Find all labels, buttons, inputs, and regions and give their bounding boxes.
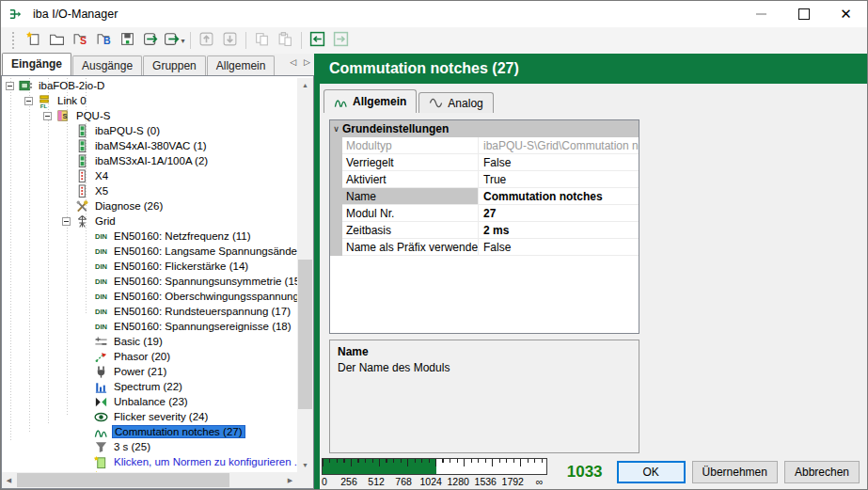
property-value[interactable]: False	[478, 239, 639, 255]
tree-item-label[interactable]: X4	[93, 170, 110, 182]
tree-vertical-scrollbar[interactable]: ▲ ▼	[297, 78, 313, 472]
tree-item[interactable]: X5	[2, 183, 297, 198]
copy-button[interactable]	[250, 29, 274, 52]
tree-item[interactable]: Diagnose (26)	[2, 198, 297, 213]
paste-button[interactable]	[274, 29, 297, 52]
open-file-button[interactable]	[45, 29, 69, 52]
tree-item-label[interactable]: Phasor (20)	[112, 351, 172, 362]
tree-item[interactable]: Klicken, um Normen zu konfigurieren ...	[2, 454, 297, 469]
tab-allgemein[interactable]: Allgemein	[207, 55, 276, 75]
tree-item[interactable]: DINEN50160: Netzfrequenz (11)	[2, 229, 297, 244]
property-row[interactable]: ModultypibaPQU-S\Grid\Commutation notche	[342, 137, 639, 154]
tab-scroll-right-icon[interactable]: ▷	[304, 57, 310, 67]
property-row[interactable]: VerriegeltFalse	[342, 154, 639, 171]
tree-item[interactable]: X4	[2, 168, 297, 183]
property-row[interactable]: Modul Nr.27	[342, 205, 639, 222]
property-row[interactable]: Zeitbasis2 ms	[342, 222, 639, 239]
collapse-chevron-icon[interactable]: ∨	[330, 124, 342, 134]
tree-item-label[interactable]: Link 0	[55, 95, 88, 106]
ok-button[interactable]: OK	[617, 461, 686, 483]
tree-expander-icon[interactable]	[43, 112, 52, 120]
tree-item-label[interactable]: EN50160: Netzfrequenz (11)	[112, 230, 253, 242]
minimize-button[interactable]	[740, 1, 782, 27]
tree-horizontal-scrollbar[interactable]: ◀ ▶	[2, 472, 297, 488]
tree-item[interactable]: Phasor (20)	[2, 349, 297, 364]
tree-item-label[interactable]: EN50160: Oberschwingungsspannung (16)	[112, 291, 297, 302]
tree-item-label[interactable]: Klicken, um Normen zu konfigurieren ...	[112, 456, 297, 467]
open-schema-b-button[interactable]: B	[92, 29, 116, 52]
tree-item-label[interactable]: Power (21)	[112, 366, 168, 377]
tab-scroll-left-icon[interactable]: ◁	[290, 57, 296, 67]
tree-item-label[interactable]: EN50160: Langsame Spannungsänderun	[112, 245, 297, 257]
tree-item-label[interactable]: EN50160: Spannungsereignisse (18)	[112, 321, 293, 332]
scroll-up-icon[interactable]: ▲	[297, 78, 313, 92]
tree-item[interactable]: Unbalance (23)	[2, 394, 297, 409]
property-row[interactable]: AktiviertTrue	[342, 171, 639, 188]
hscroll-thumb[interactable]	[17, 473, 229, 487]
tab-analog[interactable]: Analog	[418, 92, 493, 113]
tree-expander-icon[interactable]	[6, 82, 14, 90]
tree-item[interactable]: 3 s (25)	[2, 439, 297, 454]
tree-item[interactable]: ibaFOB-2io-D	[2, 78, 297, 93]
tab-eing-nge[interactable]: Eingänge	[2, 53, 71, 75]
scroll-right-icon[interactable]: ▶	[283, 472, 297, 488]
tab-gruppen[interactable]: Gruppen	[143, 55, 206, 75]
tree-item-label[interactable]: EN50160: Rundsteuerspannung (17)	[112, 306, 292, 317]
nav-back-button[interactable]	[306, 29, 329, 52]
tree-item[interactable]: ibaPQU-S (0)	[2, 123, 297, 138]
move-down-button[interactable]	[218, 29, 242, 52]
tree-item[interactable]: DINEN50160: Spannungsunsymmetrie (15)	[2, 274, 297, 289]
property-value[interactable]: False	[478, 154, 639, 170]
tree-item-label[interactable]: X5	[93, 185, 110, 197]
tree-item-label[interactable]: ibaMS3xAI-1A/100A (2)	[93, 155, 210, 166]
tree-expander-icon[interactable]	[62, 217, 71, 226]
tree-item-label[interactable]: Basic (19)	[112, 336, 165, 347]
tree-expander-icon[interactable]	[24, 97, 33, 105]
tree-item[interactable]: DINEN50160: Flickerstärke (14)	[2, 259, 297, 274]
tree-item-label[interactable]: EN50160: Spannungsunsymmetrie (15)	[112, 276, 297, 287]
vscroll-thumb[interactable]	[298, 260, 312, 409]
tree-item[interactable]: SPQU-S	[2, 108, 297, 123]
import-button[interactable]	[139, 29, 163, 52]
save-button[interactable]	[116, 29, 139, 52]
tree-item[interactable]: Power (21)	[2, 364, 297, 379]
tree-item-label[interactable]: Flicker severity (24)	[112, 411, 210, 422]
move-up-button[interactable]	[195, 29, 218, 52]
tree-item[interactable]: Flicker severity (24)	[2, 409, 297, 424]
property-value[interactable]: 27	[478, 205, 639, 221]
property-value[interactable]: 2 ms	[478, 222, 639, 238]
tree-item-label[interactable]: 3 s (25)	[112, 441, 152, 452]
tree-item-label[interactable]: Spectrum (22)	[112, 381, 184, 392]
export-button[interactable]: ▾	[163, 29, 186, 52]
-bernehmen-button[interactable]: Übernehmen	[692, 461, 778, 483]
tree-item[interactable]: FLLink 0	[2, 93, 297, 108]
tree-item-label[interactable]: Commutation notches (27)	[112, 425, 245, 438]
tab-allgemein[interactable]: Allgemein	[324, 89, 417, 113]
tree-item[interactable]: Commutation notches (27)	[2, 424, 297, 439]
dropdown-caret-icon[interactable]: ▾	[181, 37, 184, 45]
tree-item-label[interactable]: PQU-S	[74, 110, 112, 121]
open-schema-s-button[interactable]: S	[69, 29, 92, 52]
tab-ausg-nge[interactable]: Ausgänge	[72, 55, 142, 75]
tree-item-label[interactable]: ibaFOB-2io-D	[37, 80, 106, 91]
nav-forward-button[interactable]	[329, 29, 353, 52]
property-value[interactable]: True	[478, 171, 639, 187]
abbrechen-button[interactable]: Abbrechen	[784, 461, 860, 483]
tree-item[interactable]: Spectrum (22)	[2, 379, 297, 394]
maximize-button[interactable]	[782, 1, 825, 27]
property-value[interactable]: Commutation notches	[478, 188, 639, 204]
tree-item[interactable]: ibaMS3xAI-1A/100A (2)	[2, 153, 297, 168]
tree-item-label[interactable]: ibaPQU-S (0)	[93, 125, 162, 136]
property-value[interactable]: ibaPQU-S\Grid\Commutation notche	[478, 137, 639, 153]
tree-item[interactable]: DINEN50160: Spannungsereignisse (18)	[2, 319, 297, 334]
tree-item-label[interactable]: ibaMS4xAI-380VAC (1)	[93, 140, 209, 151]
property-group-header[interactable]: ∨ Grundeinstellungen	[330, 120, 639, 137]
scroll-left-icon[interactable]: ◀	[2, 472, 16, 488]
tree-item-label[interactable]: EN50160: Flickerstärke (14)	[112, 261, 250, 272]
tree-item[interactable]: DINEN50160: Oberschwingungsspannung (16)	[2, 289, 297, 304]
tree-item-label[interactable]: Unbalance (23)	[112, 396, 190, 407]
tree-item-label[interactable]: Diagnose (26)	[93, 200, 165, 212]
close-button[interactable]: ✕	[825, 1, 867, 27]
tree-item[interactable]: DINEN50160: Rundsteuerspannung (17)	[2, 304, 297, 319]
property-row[interactable]: Name als Präfix verwenderFalse	[342, 239, 639, 256]
